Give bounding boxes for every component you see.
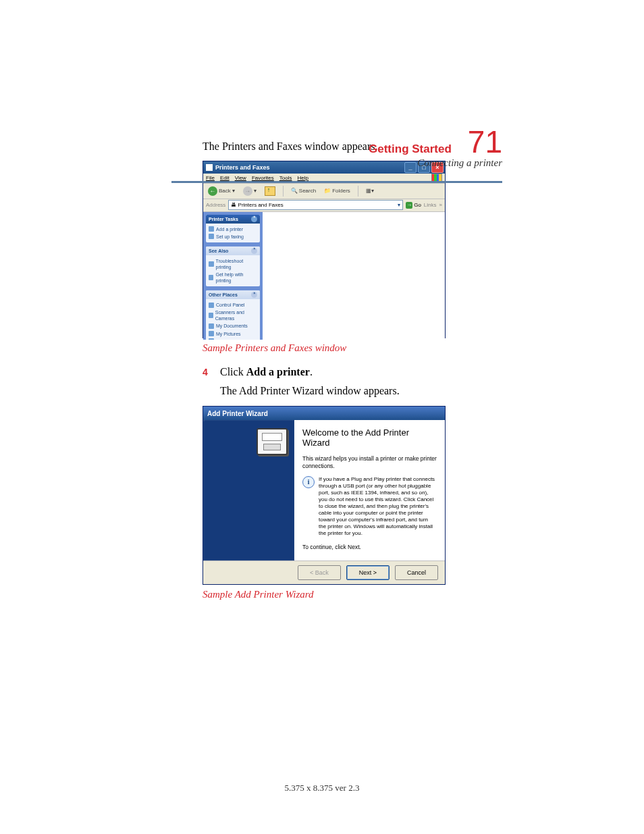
- apw-title-text: Add Printer Wizard: [207, 410, 268, 417]
- back-button: < Back: [298, 565, 341, 580]
- sidebar-item-my-pictures[interactable]: My Pictures: [209, 330, 257, 338]
- add-printer-icon: [209, 226, 214, 232]
- address-printer-icon: 🖶: [231, 202, 236, 208]
- links-chevron-icon[interactable]: »: [439, 202, 442, 208]
- pf-main-area: [263, 212, 445, 340]
- chevron-up-icon: ˄: [251, 216, 257, 222]
- apw-welcome-heading: Welcome to the Add Printer Wizard: [302, 428, 437, 448]
- panel-printer-tasks: Printer Tasks ˄ Add a printer Set up fax…: [206, 215, 260, 242]
- panel-other-places: Other Places ˄ Control Panel Scanners an…: [206, 290, 260, 339]
- apw-help-text: This wizard helps you install a printer …: [302, 455, 437, 469]
- pf-title-text: Printers and Faxes: [215, 164, 270, 171]
- sidebar-item-my-computer[interactable]: My Computer: [209, 338, 257, 340]
- sidebar-item-add-printer[interactable]: Add a printer: [209, 226, 257, 233]
- sidebar-item-setup-faxing[interactable]: Set up faxing: [209, 233, 257, 240]
- go-button[interactable]: → Go: [406, 202, 421, 209]
- menu-help[interactable]: Help: [297, 175, 308, 181]
- step-4-row: 4 Click Add a printer.: [203, 366, 502, 378]
- info-icon: i: [302, 476, 315, 488]
- chapter-title: Getting Started: [369, 142, 452, 156]
- help-icon: [209, 261, 214, 267]
- pf-sidebar: Printer Tasks ˄ Add a printer Set up fax…: [203, 212, 263, 340]
- next-button[interactable]: Next >: [346, 565, 390, 580]
- panel-header-other-places[interactable]: Other Places ˄: [206, 290, 260, 299]
- menu-file[interactable]: File: [206, 175, 215, 181]
- sidebar-item-troubleshoot[interactable]: Troubleshoot printing: [209, 257, 257, 271]
- chevron-up-icon: ˄: [251, 248, 257, 254]
- panel-header-printer-tasks[interactable]: Printer Tasks ˄: [206, 215, 260, 224]
- document-page: Getting Started 71 Connecting a printer …: [0, 0, 644, 834]
- step-4-text: Click Add a printer.: [220, 366, 313, 378]
- address-input[interactable]: 🖶 Printers and Faxes ▾: [228, 200, 403, 210]
- computer-icon: [209, 338, 214, 339]
- apw-side-graphic: [203, 420, 294, 561]
- back-arrow-icon: ←: [208, 186, 217, 196]
- sidebar-item-control-panel[interactable]: Control Panel: [209, 301, 257, 309]
- section-title: Connecting a printer: [369, 157, 502, 169]
- printers-faxes-screenshot: Printers and Faxes _ □ × File Edit View …: [203, 161, 502, 338]
- apw-info-block: i If you have a Plug and Play printer th…: [302, 476, 437, 537]
- add-printer-wizard-screenshot: Add Printer Wizard Welcome to the Add Pr…: [203, 406, 502, 585]
- fax-icon: [209, 234, 214, 239]
- menu-tools[interactable]: Tools: [279, 175, 292, 181]
- printer-icon: [206, 164, 213, 171]
- pictures-icon: [209, 331, 214, 336]
- help-icon: [209, 275, 213, 280]
- forward-arrow-icon: →: [243, 186, 252, 196]
- toolbar-separator: [283, 186, 284, 197]
- apw-continue-text: To continue, click Next.: [302, 544, 437, 550]
- search-button[interactable]: 🔍 Search: [289, 187, 318, 194]
- apw-info-text: If you have a Plug and Play printer that…: [319, 476, 437, 537]
- forward-button[interactable]: → ▾: [241, 186, 259, 197]
- links-label: Links: [424, 202, 437, 208]
- pf-toolbar: ← Back ▾ → ▾ 🔍 Search 📁 Folders ▦▾: [203, 184, 445, 199]
- menu-favorites[interactable]: Favorites: [252, 175, 274, 181]
- header-divider: [171, 181, 502, 183]
- folder-icon: [209, 323, 214, 329]
- apw-footer: < Back Next > Cancel: [203, 561, 445, 584]
- caption-printers-faxes: Sample Printers and Faxes window: [203, 342, 502, 354]
- up-button[interactable]: [263, 186, 277, 197]
- menu-view[interactable]: View: [235, 175, 246, 181]
- panel-header-see-also[interactable]: See Also ˄: [206, 246, 260, 255]
- pf-body: Printer Tasks ˄ Add a printer Set up fax…: [203, 212, 445, 340]
- pf-addressbar: Address 🖶 Printers and Faxes ▾ → Go Link…: [203, 199, 445, 212]
- page-number: 71: [468, 128, 502, 156]
- page-header: Getting Started 71 Connecting a printer: [369, 128, 502, 169]
- sidebar-item-scanners-cameras[interactable]: Scanners and Cameras: [209, 309, 257, 322]
- address-dropdown-icon[interactable]: ▾: [398, 202, 400, 208]
- apw-titlebar: Add Printer Wizard: [203, 407, 445, 420]
- pf-window: Printers and Faxes _ □ × File Edit View …: [203, 161, 446, 338]
- printer-graphic-icon: [257, 428, 288, 455]
- address-label: Address: [206, 202, 225, 208]
- menu-edit[interactable]: Edit: [220, 175, 230, 181]
- apw-window: Add Printer Wizard Welcome to the Add Pr…: [203, 406, 446, 585]
- chevron-up-icon: ˄: [251, 292, 257, 298]
- control-panel-icon: [209, 303, 214, 308]
- page-footer: 5.375 x 8.375 ver 2.3: [0, 783, 644, 793]
- toolbar-separator-2: [358, 186, 358, 197]
- back-button[interactable]: ← Back ▾: [206, 186, 237, 197]
- panel-see-also: See Also ˄ Troubleshoot printing Get hel…: [206, 246, 260, 286]
- sidebar-item-get-help[interactable]: Get help with printing: [209, 271, 257, 284]
- after-step4-line: The Add Printer Wizard window appears.: [220, 384, 502, 398]
- go-arrow-icon: →: [406, 202, 412, 209]
- sidebar-item-my-documents[interactable]: My Documents: [209, 322, 257, 330]
- apw-main: Welcome to the Add Printer Wizard This w…: [294, 420, 445, 561]
- views-button[interactable]: ▦▾: [364, 187, 376, 194]
- apw-body: Welcome to the Add Printer Wizard This w…: [203, 420, 445, 561]
- cancel-button[interactable]: Cancel: [395, 565, 438, 580]
- step-4-number: 4: [203, 367, 220, 377]
- folder-up-icon: [265, 186, 275, 196]
- camera-icon: [209, 313, 213, 318]
- caption-add-printer-wizard: Sample Add Printer Wizard: [203, 589, 502, 600]
- folders-button[interactable]: 📁 Folders: [322, 187, 352, 194]
